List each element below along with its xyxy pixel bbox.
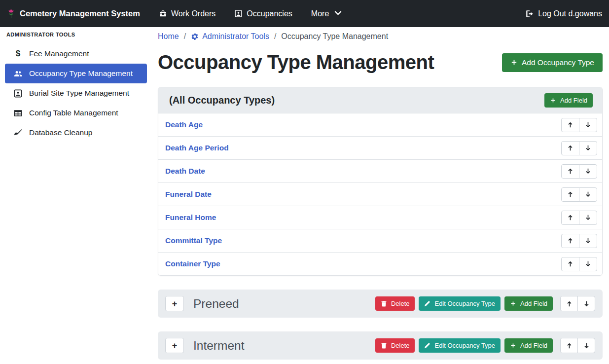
expand-button[interactable]: + [165, 338, 184, 353]
field-row: Death Age [158, 113, 602, 136]
field-link-death-date[interactable]: Death Date [165, 167, 205, 176]
users-icon [13, 69, 23, 78]
arrow-up-icon [567, 168, 573, 175]
move-up-button[interactable] [561, 141, 579, 155]
broom-icon [13, 128, 23, 138]
nav-occupancies[interactable]: Occupancies [234, 9, 292, 18]
move-up-button[interactable] [561, 187, 579, 202]
breadcrumb-current: Occupancy Type Management [281, 32, 388, 41]
move-up-button[interactable] [561, 257, 579, 271]
move-up-button[interactable] [561, 118, 579, 132]
move-down-button[interactable] [579, 211, 597, 225]
reorder-group [561, 257, 597, 271]
reorder-group [560, 296, 595, 311]
sidebar-item-occupancy-type-management[interactable]: Occupancy Type Management [5, 64, 147, 83]
logout-icon [525, 9, 534, 18]
reorder-group [561, 211, 597, 225]
plus-icon [510, 59, 518, 66]
gear-icon [191, 33, 199, 40]
add-field-button[interactable]: Add Field [504, 296, 553, 311]
sidebar-item-label: Occupancy Type Management [29, 69, 133, 78]
field-link-death-age[interactable]: Death Age [165, 120, 203, 129]
portrait-icon [234, 9, 243, 18]
nav-occupancies-label: Occupancies [247, 9, 292, 18]
all-occupancy-types-card: (All Occupancy Types) Add Field Death Ag… [158, 87, 603, 276]
delete-label: Delete [391, 342, 410, 349]
brand: Cemetery Management System [7, 7, 140, 20]
expand-button[interactable]: + [165, 296, 184, 311]
move-up-button[interactable] [561, 211, 579, 225]
add-field-label: Add Field [560, 97, 587, 104]
arrow-up-icon [567, 214, 573, 221]
delete-button[interactable]: Delete [375, 338, 415, 353]
nav-more-label: More [311, 9, 329, 18]
add-occupancy-type-button[interactable]: Add Occupancy Type [502, 53, 603, 72]
sidebar-item-label: Burial Site Type Management [29, 89, 129, 98]
page-layout: ADMINISTRATOR TOOLS $ Fee Management Occ… [0, 27, 609, 364]
move-down-button[interactable] [579, 164, 597, 179]
logout-link[interactable]: Log Out d.gowans [525, 9, 602, 18]
reorder-group [561, 141, 597, 155]
main-content: Home / Administrator Tools / Occupancy T… [152, 27, 609, 364]
move-up-button[interactable] [560, 338, 578, 353]
table-icon [13, 109, 23, 118]
section-actions: Delete Edit Occupancy Type Add Field [375, 338, 595, 353]
field-link-committal-type[interactable]: Committal Type [165, 236, 222, 245]
field-link-funeral-home[interactable]: Funeral Home [165, 213, 216, 222]
move-down-button[interactable] [579, 187, 597, 202]
top-navbar: Cemetery Management System Work Orders O… [0, 0, 609, 27]
move-down-button[interactable] [579, 118, 597, 132]
move-down-button[interactable] [577, 338, 595, 353]
sidebar-item-database-cleanup[interactable]: Database Cleanup [5, 123, 147, 143]
section-interment: + Interment Delete Edit Occupancy Type A… [158, 331, 603, 360]
nav-work-orders-label: Work Orders [171, 9, 215, 18]
breadcrumb-home-link[interactable]: Home [158, 32, 179, 41]
plus-icon [510, 300, 516, 307]
section-preneed: + Preneed Delete Edit Occupancy Type Add… [158, 290, 603, 318]
page-header: Occupancy Type Management Add Occupancy … [158, 51, 603, 73]
sidebar-item-fee-management[interactable]: $ Fee Management [5, 44, 147, 64]
move-down-button[interactable] [579, 141, 597, 155]
add-field-label: Add Field [520, 300, 547, 307]
field-link-funeral-date[interactable]: Funeral Date [165, 190, 212, 199]
add-field-button[interactable]: Add Field [544, 93, 593, 108]
add-field-button[interactable]: Add Field [504, 338, 553, 353]
reorder-group [560, 338, 595, 353]
arrow-up-icon [567, 191, 573, 198]
arrow-up-icon [566, 300, 573, 307]
field-row: Death Age Period [158, 136, 602, 159]
sidebar-heading: ADMINISTRATOR TOOLS [0, 32, 152, 37]
breadcrumb-separator: / [184, 32, 186, 41]
portrait-icon [13, 89, 23, 98]
nav-more[interactable]: More [311, 9, 342, 18]
arrow-down-icon [583, 342, 590, 349]
edit-occupancy-type-button[interactable]: Edit Occupancy Type [419, 338, 501, 353]
move-up-button[interactable] [561, 234, 579, 248]
move-down-button[interactable] [579, 234, 597, 248]
section-actions: Delete Edit Occupancy Type Add Field [375, 296, 595, 311]
edit-occupancy-type-button[interactable]: Edit Occupancy Type [419, 296, 501, 311]
arrow-up-icon [567, 260, 573, 267]
sidebar-item-config-table-management[interactable]: Config Table Management [5, 103, 147, 123]
dollar-icon: $ [13, 49, 23, 59]
arrow-down-icon [585, 121, 591, 128]
move-down-button[interactable] [579, 257, 597, 271]
move-up-button[interactable] [560, 296, 578, 311]
trash-icon [381, 300, 387, 307]
breadcrumb-admin-tools-link[interactable]: Administrator Tools [191, 32, 269, 41]
sidebar-item-label: Config Table Management [29, 109, 118, 117]
delete-button[interactable]: Delete [375, 296, 415, 311]
move-up-button[interactable] [561, 164, 579, 179]
add-occupancy-type-label: Add Occupancy Type [522, 58, 594, 67]
sidebar: ADMINISTRATOR TOOLS $ Fee Management Occ… [0, 27, 152, 364]
field-link-container-type[interactable]: Container Type [165, 259, 220, 268]
trash-icon [381, 342, 387, 349]
move-down-button[interactable] [577, 296, 595, 311]
nav-work-orders[interactable]: Work Orders [159, 9, 215, 18]
field-link-death-age-period[interactable]: Death Age Period [165, 144, 229, 152]
section-title: Preneed [193, 297, 239, 311]
card-title: (All Occupancy Types) [169, 95, 275, 106]
sidebar-item-burial-site-type-management[interactable]: Burial Site Type Management [5, 83, 147, 103]
delete-label: Delete [391, 300, 410, 307]
reorder-group [561, 187, 597, 202]
